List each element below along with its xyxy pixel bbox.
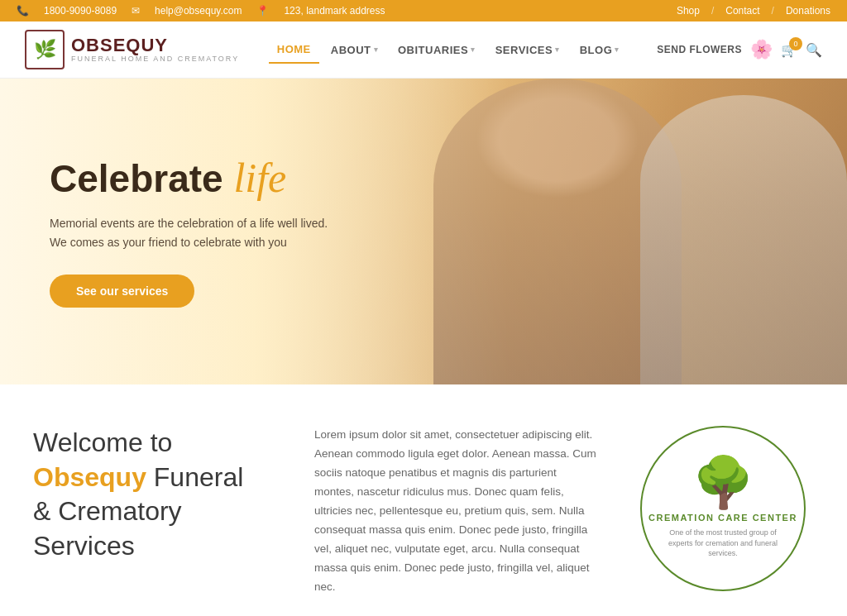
blog-caret: ▾ — [615, 45, 620, 54]
cremation-logo: 🌳 CREMATION CARE CENTER One of the most … — [632, 426, 814, 591]
nav-about[interactable]: ABOUT ▾ — [323, 37, 386, 63]
nav-about-label: ABOUT — [331, 44, 371, 56]
hero-section: Celebrate life Memorial events are the c… — [0, 79, 847, 384]
cremation-name: CREMATION CARE CENTER — [648, 513, 797, 523]
nav-services[interactable]: SERVICES ▾ — [487, 37, 568, 63]
divider1: / — [711, 5, 714, 17]
tree-icon: 🌳 — [692, 458, 754, 508]
hero-title: Celebrate life — [50, 155, 328, 201]
main-content: Welcome to Obsequy Funeral& CrematorySer… — [0, 384, 847, 616]
cart-badge: 0 — [789, 37, 802, 50]
email-icon: ✉ — [132, 5, 140, 17]
nav-blog[interactable]: BLOG ▾ — [572, 37, 628, 63]
contact-link[interactable]: Contact — [725, 5, 759, 17]
logo-name: OBSEQUY — [71, 36, 239, 55]
search-icon[interactable]: 🔍 — [806, 42, 822, 58]
obituaries-caret: ▾ — [471, 45, 476, 54]
nav-blog-label: BLOG — [580, 44, 613, 56]
hero-title-italic: life — [233, 155, 286, 201]
header: 🌿 OBSEQUY FUNERAL HOME AND CREMATORY HOM… — [0, 21, 847, 79]
welcome-paragraph: Lorem ipsum dolor sit amet, consectetuer… — [314, 426, 599, 596]
nav-actions: SEND FLOWERS 🌸 🛒 0 🔍 — [657, 39, 822, 60]
welcome-section: Welcome to Obsequy Funeral& CrematorySer… — [33, 426, 281, 571]
send-flowers-button[interactable]: SEND FLOWERS — [657, 44, 742, 55]
email-address: help@obsequy.com — [155, 5, 242, 17]
nav-services-label: SERVICES — [495, 44, 553, 56]
shop-link[interactable]: Shop — [677, 5, 700, 17]
logo-icon: 🌿 — [25, 30, 65, 69]
top-bar-left: 📞 1800-9090-8089 ✉ help@obsequy.com 📍 12… — [17, 5, 385, 17]
address-text: 123, landmark address — [284, 5, 385, 17]
welcome-body: Lorem ipsum dolor sit amet, consectetuer… — [314, 426, 599, 596]
hero-title-main: Celebrate — [50, 157, 233, 200]
top-bar-right: Shop / Contact / Donations — [677, 5, 830, 17]
hero-content: Celebrate life Memorial events are the c… — [0, 155, 377, 308]
nav-home[interactable]: HOME — [269, 36, 319, 64]
logo-area: 🌿 OBSEQUY FUNERAL HOME AND CREMATORY — [25, 30, 239, 69]
welcome-heading-line1: Welcome to — [33, 427, 172, 457]
cremation-tagline: One of the most trusted group of experts… — [665, 528, 781, 559]
welcome-title: Welcome to Obsequy Funeral& CrematorySer… — [33, 426, 281, 563]
top-bar: 📞 1800-9090-8089 ✉ help@obsequy.com 📍 12… — [0, 0, 847, 21]
services-caret: ▾ — [555, 45, 560, 54]
hero-person-male — [640, 95, 847, 384]
welcome-heading-bold: Obsequy — [33, 462, 146, 492]
flower-icon: 🌸 — [750, 39, 773, 60]
cart-button[interactable]: 🛒 0 — [781, 42, 797, 58]
hero-subtitle: Memorial events are the celebration of a… — [50, 214, 328, 251]
logo-subtitle: FUNERAL HOME AND CREMATORY — [71, 55, 239, 64]
logo-text: OBSEQUY FUNERAL HOME AND CREMATORY — [71, 36, 239, 64]
divider2: / — [772, 5, 774, 17]
location-icon: 📍 — [256, 5, 269, 17]
cremation-circle: 🌳 CREMATION CARE CENTER One of the most … — [640, 426, 806, 591]
phone-number: 1800-9090-8089 — [44, 5, 117, 17]
about-caret: ▾ — [374, 45, 379, 54]
nav-obituaries-label: OBITUARIES — [398, 44, 468, 56]
see-services-button[interactable]: See our services — [50, 275, 194, 308]
nav-obituaries[interactable]: OBITUARIES ▾ — [390, 37, 484, 63]
main-nav: HOME ABOUT ▾ OBITUARIES ▾ SERVICES ▾ BLO… — [269, 36, 628, 64]
phone-icon: 📞 — [17, 5, 29, 17]
donations-link[interactable]: Donations — [786, 5, 830, 17]
